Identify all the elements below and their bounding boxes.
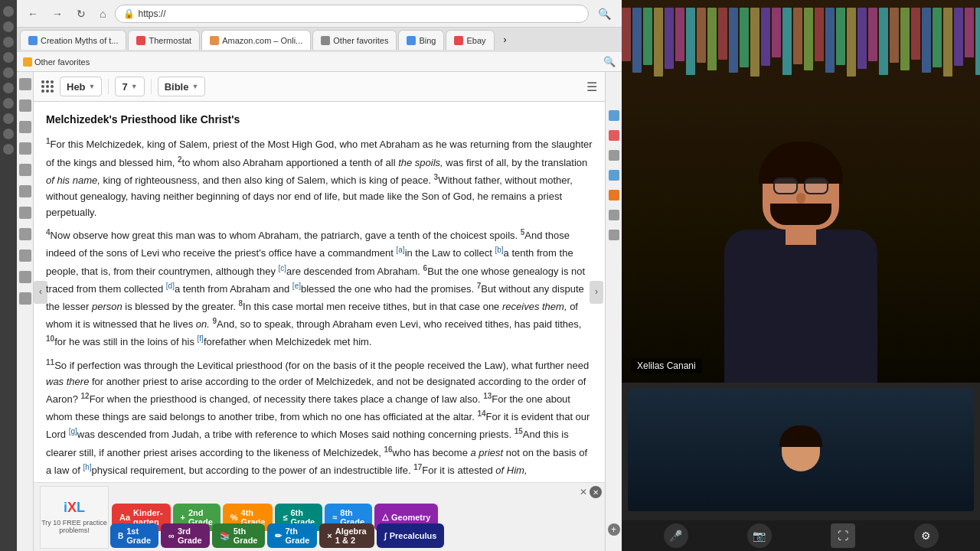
reload-button[interactable]: ↻ — [72, 5, 90, 23]
tab-creation[interactable]: Creation Myths of t... — [20, 30, 126, 50]
video-bottom-bar: 🎤 📷 ⛶ ⚙ — [622, 520, 980, 551]
tab-label: Other favorites — [333, 36, 388, 45]
verse-1: 1For this Melchizedek, king of Salem, pr… — [46, 135, 593, 220]
right-tool-3[interactable] — [609, 150, 619, 161]
left-tools — [17, 72, 34, 551]
right-tool-2[interactable] — [609, 130, 619, 141]
home-button[interactable]: ⌂ — [95, 5, 110, 23]
ad-x-button[interactable]: ✕ — [577, 486, 590, 498]
tab-favicon — [210, 36, 219, 45]
person-head — [763, 145, 839, 230]
browser-window: ← → ↻ ⌂ 🔒 https:// 🔍 Creation Myths of t… — [17, 0, 622, 551]
bookmark-other-favorites[interactable]: Other favorites — [23, 57, 90, 67]
scroll-right[interactable]: › — [590, 281, 603, 304]
bookmarks-search-icon[interactable]: 🔍 — [603, 56, 616, 67]
grade-3rd[interactable]: ∞ 3rdGrade — [161, 523, 210, 548]
grade-icon: ≈ — [332, 513, 337, 522]
sidebar-icon[interactable] — [3, 37, 14, 47]
verse-num-10: 10 — [46, 334, 54, 343]
bookmark-label: Other favorites — [34, 57, 90, 67]
tool-9[interactable] — [19, 249, 31, 262]
back-button[interactable]: ← — [23, 5, 43, 23]
ad-banner: iXL Try 10 FREE practice problems! Aa Ki… — [34, 482, 605, 551]
forward-button[interactable]: → — [47, 5, 67, 23]
sidebar-icon[interactable] — [3, 67, 14, 78]
menu-icon[interactable]: ☰ — [586, 80, 597, 94]
speaker-video: Xelilas Canani — [622, 0, 980, 383]
tool-5[interactable] — [19, 164, 31, 176]
tab-thermostat[interactable]: Thermostat — [128, 30, 200, 50]
tab-label: Thermostat — [149, 36, 191, 45]
grade-7th[interactable]: ✏ 7thGrade — [267, 523, 317, 548]
scroll-left[interactable]: ‹ — [34, 281, 47, 304]
bookmarks-bar: Other favorites 🔍 — [17, 52, 622, 72]
right-tool-6[interactable] — [609, 210, 619, 220]
sidebar-icon[interactable] — [3, 144, 14, 155]
left-sidebar — [0, 0, 17, 551]
verse-4: 4Now observe how great this man was to w… — [46, 227, 593, 350]
tool-1[interactable] — [19, 78, 31, 90]
tool-6[interactable] — [19, 185, 31, 197]
right-tools: + — [605, 72, 622, 551]
tool-3[interactable] — [19, 121, 31, 133]
sidebar-icon[interactable] — [3, 6, 14, 17]
footnote-e: [e] — [292, 282, 301, 290]
divider — [108, 79, 109, 94]
tab-label: Amazon.com – Onli... — [222, 36, 302, 45]
chapter-label: 7 — [122, 81, 127, 93]
sidebar-icon[interactable] — [3, 98, 14, 109]
tool-7[interactable] — [19, 207, 31, 219]
grade-precalculus[interactable]: ∫ Precalculus — [377, 523, 445, 548]
right-add-button[interactable]: + — [608, 523, 620, 536]
mute-button[interactable]: 🎤 — [664, 523, 688, 548]
book-selector[interactable]: Heb ▼ — [60, 77, 102, 96]
ad-grades-row2: B 1stGrade ∞ 3rdGrade 📚 5thGrade ✏ — [110, 523, 444, 548]
sidebar-icon[interactable] — [3, 129, 14, 139]
verse-num-3: 3 — [434, 173, 439, 181]
grid-icon[interactable] — [41, 80, 54, 93]
tool-8[interactable] — [19, 228, 31, 240]
sidebar-icon[interactable] — [3, 52, 14, 63]
sidebar-icon[interactable] — [3, 21, 14, 32]
tool-11[interactable] — [19, 292, 31, 305]
person-body — [724, 230, 877, 383]
right-tool-5[interactable] — [609, 190, 619, 201]
ixl-ad-logo[interactable]: iXL Try 10 FREE practice problems! — [40, 486, 109, 549]
verse-num-17: 17 — [413, 463, 422, 471]
camera-button[interactable]: 📷 — [747, 523, 772, 548]
tab-amazon[interactable]: Amazon.com – Onli... — [201, 30, 311, 50]
grade-5th[interactable]: 📚 5thGrade — [212, 523, 266, 548]
sidebar-icon[interactable] — [3, 83, 14, 93]
video-controls — [622, 383, 980, 520]
grade-icon: × — [327, 531, 332, 540]
chapter-selector[interactable]: 7 ▼ — [115, 77, 144, 96]
tab-favicon — [28, 36, 38, 45]
tab-apple[interactable]: Other favorites — [312, 30, 397, 50]
grade-algebra[interactable]: × Algebra1 & 2 — [319, 523, 374, 548]
search-button[interactable]: 🔍 — [593, 5, 616, 23]
version-selector[interactable]: Bible ▼ — [158, 77, 206, 96]
tab-bing[interactable]: Bing — [398, 30, 444, 50]
lock-icon: 🔒 — [123, 8, 135, 19]
verse-num-2: 2 — [178, 155, 182, 164]
ixl-tagline: Try 10 FREE practice problems! — [41, 519, 108, 534]
tool-10[interactable] — [19, 271, 31, 283]
address-bar[interactable]: 🔒 https:// — [115, 5, 589, 23]
tab-ebay[interactable]: Ebay — [446, 30, 494, 50]
tool-2[interactable] — [19, 99, 31, 112]
ad-close-button[interactable]: ✕ — [590, 486, 602, 498]
grade-label: 5thGrade — [234, 527, 258, 545]
right-tool-4[interactable] — [609, 170, 619, 181]
tool-4[interactable] — [19, 142, 31, 155]
settings-button[interactable]: ⚙ — [914, 523, 939, 548]
right-tool-1[interactable] — [609, 110, 619, 121]
main-video: Xelilas Canani — [622, 0, 980, 383]
grade-icon: 📚 — [220, 531, 230, 541]
sidebar-icon[interactable] — [3, 113, 14, 124]
more-tabs-button[interactable]: › — [496, 31, 514, 49]
ixl-logo-text: iXL — [64, 500, 85, 516]
expand-button[interactable]: ⛶ — [831, 523, 855, 548]
bible-content[interactable]: Melchizedek's Priesthood like Christ's 1… — [34, 102, 605, 482]
grade-1st[interactable]: B 1stGrade — [110, 523, 158, 548]
right-tool-7[interactable] — [609, 230, 619, 240]
